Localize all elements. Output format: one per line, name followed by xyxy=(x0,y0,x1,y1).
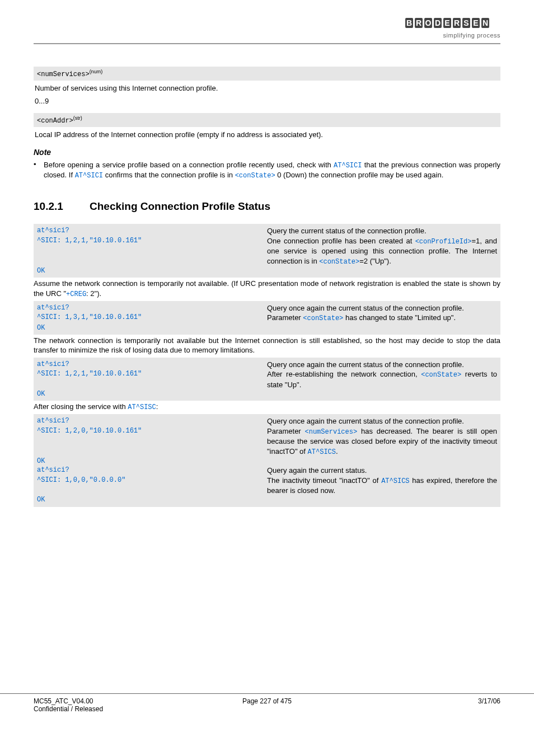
bullet-dot-icon: • xyxy=(34,160,44,180)
cmd-line: ^SICI: 1,2,1,"10.10.0.161" xyxy=(37,369,267,389)
cmd-line: ^SICI: 1,2,1,"10.10.0.161" xyxy=(37,236,267,266)
param-type: (str) xyxy=(73,115,82,121)
cmd-ok: OK xyxy=(37,495,267,504)
txt: confirms that the connection profile is … xyxy=(103,171,235,179)
param-name: <conAddr> xyxy=(37,117,73,125)
cmd-line: at^sici? xyxy=(37,226,267,236)
note-title: Note xyxy=(34,148,500,157)
note-text: Before opening a service profile based o… xyxy=(44,160,500,180)
txt: : 2"). xyxy=(86,289,101,298)
at-sici-ref[interactable]: AT^SICI xyxy=(75,172,103,180)
note-bullet: • Before opening a service profile based… xyxy=(34,160,500,180)
cmd-ok: OK xyxy=(37,389,267,398)
svg-text:N: N xyxy=(483,18,488,27)
cmd-desc: Parameter <numServices> has decreased. T… xyxy=(267,426,497,457)
footer-doc-id: MC55_ATC_V04.00 xyxy=(34,697,189,705)
txt: Assume the network connection is tempora… xyxy=(34,279,500,298)
section-title: Checking Connection Profile Status xyxy=(90,200,270,212)
txt: After re-establishing the network connec… xyxy=(267,370,421,378)
cmd-ok: OK xyxy=(37,457,267,466)
footer-left: MC55_ATC_V04.00 Confidential / Released xyxy=(34,697,189,713)
txt: After closing the service with xyxy=(34,402,128,411)
cmd-line: ^SICI: 1,2,0,"10.10.0.161" xyxy=(37,426,267,457)
section-heading: 10.2.1Checking Connection Profile Status xyxy=(34,200,500,213)
constate-ref[interactable]: <conState> xyxy=(235,172,275,180)
cmd-desc: After re-establishing the network connec… xyxy=(267,369,497,389)
cmd-desc: Query once again the current status of t… xyxy=(267,416,497,426)
cmd-line: at^sici? xyxy=(37,360,267,370)
cmd-line: ^SICI: 1,3,1,"10.10.0.161" xyxy=(37,313,267,323)
param-type: (num) xyxy=(90,69,103,74)
constate-ref[interactable]: <conState> xyxy=(319,258,359,266)
txt: 0 (Down) the connection profile may be u… xyxy=(275,171,444,179)
brodersen-logo-icon: BRO DER SEN xyxy=(405,17,500,29)
cmd-desc: Query once again the current status of t… xyxy=(267,360,497,370)
txt: One connection profile has been created … xyxy=(267,237,415,245)
svg-text:E: E xyxy=(473,18,478,27)
cmd-desc: Query the current status of the connecti… xyxy=(267,226,497,236)
example-block-2: at^sici? Query once again the current st… xyxy=(34,301,500,335)
cmd-ok: OK xyxy=(37,323,267,332)
body-text-1: Assume the network connection is tempora… xyxy=(34,279,500,299)
cmd-ok: OK xyxy=(37,266,267,275)
at-sics-ref[interactable]: AT^SICS xyxy=(308,448,336,456)
cmd-desc: Query again the current status. xyxy=(267,466,497,476)
txt: Parameter xyxy=(267,313,303,322)
header-divider xyxy=(34,43,500,44)
at-sici-ref[interactable]: AT^SICI xyxy=(334,162,362,170)
numservices-ref[interactable]: <numServices> xyxy=(305,428,358,436)
constate-ref[interactable]: <conState> xyxy=(421,371,461,379)
brand-logo: BRO DER SEN simplifying process xyxy=(405,17,500,39)
page-header: BRO DER SEN simplifying process xyxy=(34,17,500,39)
txt: The inactivity timeout "inactTO" of xyxy=(267,476,381,485)
body-text-3: After closing the service with AT^SISC: xyxy=(34,402,500,412)
body-text-2: The network connection is temporarily no… xyxy=(34,336,500,355)
cmd-line: at^sici? xyxy=(37,466,267,476)
footer-classification: Confidential / Released xyxy=(34,705,189,713)
svg-text:R: R xyxy=(416,18,421,27)
conprofileid-ref[interactable]: <conProfileId> xyxy=(415,238,472,246)
txt: =2 ("Up"). xyxy=(359,257,391,265)
cmd-line: at^sici? xyxy=(37,303,267,313)
param-numservices-desc: Number of services using this Internet c… xyxy=(34,83,500,93)
example-block-3: at^sici? Query once again the current st… xyxy=(34,358,500,401)
creg-ref[interactable]: +CREG xyxy=(66,290,86,298)
constate-ref[interactable]: <conState> xyxy=(303,314,343,322)
at-sisc-ref[interactable]: AT^SISC xyxy=(128,403,156,411)
txt: has changed to state "Limited up". xyxy=(343,313,456,322)
at-sics-ref[interactable]: AT^SICS xyxy=(381,477,409,485)
section-number: 10.2.1 xyxy=(34,200,90,213)
txt: . xyxy=(336,447,338,456)
param-conaddr-header: <conAddr>(str) xyxy=(34,113,500,127)
txt: : xyxy=(156,402,158,411)
param-conaddr-desc: Local IP address of the Internet connect… xyxy=(34,129,500,140)
param-name: <numServices> xyxy=(37,71,90,78)
example-block-1: at^sici? Query the current status of the… xyxy=(34,224,500,278)
param-numservices-range: 0...9 xyxy=(34,96,500,106)
example-block-4: at^sici? Query once again the current st… xyxy=(34,414,500,506)
svg-text:O: O xyxy=(425,18,432,27)
svg-text:R: R xyxy=(454,18,460,27)
cmd-desc: Parameter <conState> has changed to stat… xyxy=(267,313,497,323)
cmd-line: at^sici? xyxy=(37,416,267,426)
footer-date: 3/17/06 xyxy=(345,697,500,713)
txt: Before opening a service profile based o… xyxy=(44,161,334,169)
svg-text:B: B xyxy=(406,18,412,27)
cmd-desc: Query once again the current status of t… xyxy=(267,303,497,313)
svg-text:S: S xyxy=(463,18,469,27)
svg-text:E: E xyxy=(444,18,449,27)
cmd-line: ^SICI: 1,0,0,"0.0.0.0" xyxy=(37,476,267,496)
param-numservices-header: <numServices>(num) xyxy=(34,67,500,81)
logo-tagline: simplifying process xyxy=(405,32,500,39)
page-footer: MC55_ATC_V04.00 Confidential / Released … xyxy=(0,693,534,716)
svg-text:D: D xyxy=(435,18,441,27)
txt: Parameter xyxy=(267,427,305,435)
cmd-desc: The inactivity timeout "inactTO" of AT^S… xyxy=(267,476,497,496)
cmd-desc: One connection profile has been created … xyxy=(267,236,497,266)
footer-page-number: Page 227 of 475 xyxy=(189,697,345,713)
